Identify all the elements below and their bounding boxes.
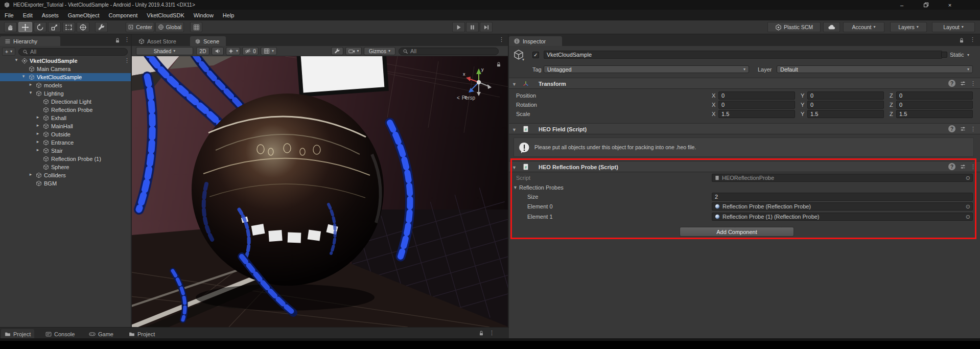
- scene-grid-dropdown[interactable]: ▾: [261, 47, 277, 55]
- scene-search-input[interactable]: All: [399, 48, 499, 55]
- layout-dropdown[interactable]: Layout ▾: [932, 22, 975, 32]
- presets-icon[interactable]: [960, 126, 966, 132]
- hierarchy-item[interactable]: ▾ Lighting: [0, 89, 132, 98]
- menu-edit[interactable]: Edit: [18, 10, 37, 20]
- pivot-toggle-button[interactable]: Center: [126, 22, 154, 32]
- presets-icon[interactable]: [960, 80, 966, 87]
- account-dropdown[interactable]: Account ▾: [843, 22, 884, 32]
- position-y-field[interactable]: 0: [807, 91, 884, 100]
- scale-y-field[interactable]: 1.5: [807, 110, 884, 118]
- hierarchy-item-selected[interactable]: ▾ VketCloudSample: [0, 73, 132, 81]
- foldout-arrow-icon[interactable]: ▸: [35, 147, 41, 152]
- object-picker-icon[interactable]: ⊙: [966, 214, 970, 220]
- hierarchy-item[interactable]: ▸ Exhall: [0, 114, 132, 122]
- menu-vketcloudsdk[interactable]: VketCloudSDK: [142, 10, 189, 20]
- hierarchy-item[interactable]: ▸ models: [0, 81, 132, 89]
- create-object-button[interactable]: + ▾: [2, 48, 15, 56]
- menu-component[interactable]: Component: [104, 10, 142, 20]
- transform-tool-button[interactable]: [77, 22, 89, 32]
- position-z-field[interactable]: 0: [896, 91, 973, 100]
- kebab-menu-icon[interactable]: ⋮: [970, 36, 975, 43]
- kebab-menu-icon[interactable]: ⋮: [499, 36, 504, 43]
- foldout-arrow-icon[interactable]: ▸: [35, 123, 41, 128]
- foldout-arrow-icon[interactable]: ▸: [28, 82, 34, 87]
- hierarchy-item[interactable]: ▸ Outside: [0, 130, 132, 138]
- foldout-arrow-icon[interactable]: ▾: [20, 74, 27, 79]
- object-picker-icon[interactable]: ⊙: [966, 175, 970, 181]
- foldout-arrow-icon[interactable]: ▸: [35, 114, 41, 120]
- heo-field-component-header[interactable]: ▼ HEO Field (Script) ? ⋮: [509, 123, 980, 134]
- scene-effects-dropdown[interactable]: ▾: [226, 47, 240, 55]
- pause-button[interactable]: [466, 22, 479, 32]
- hierarchy-item[interactable]: Sphere: [0, 163, 132, 171]
- hierarchy-item[interactable]: ▸ Colliders: [0, 171, 132, 179]
- lock-icon[interactable]: [114, 37, 121, 43]
- layers-dropdown[interactable]: Layers ▾: [890, 22, 927, 32]
- hierarchy-item[interactable]: ▸ Stair: [0, 147, 132, 155]
- hierarchy-item[interactable]: Directional Light: [0, 98, 132, 106]
- hierarchy-item[interactable]: Reflection Probe: [0, 106, 132, 114]
- tab-game[interactable]: Game: [85, 329, 117, 339]
- scale-y[interactable]: Y1.5: [801, 110, 884, 118]
- scene-tools-button[interactable]: [331, 47, 343, 55]
- menu-file[interactable]: File: [0, 10, 18, 20]
- orientation-toggle-button[interactable]: Global: [155, 22, 184, 32]
- hierarchy-item-scene-root[interactable]: ▾ VketCloudSample ⋮: [0, 57, 132, 65]
- hierarchy-item[interactable]: BGM: [0, 179, 132, 188]
- menu-help[interactable]: Help: [218, 10, 239, 20]
- size-field[interactable]: 2: [712, 193, 973, 201]
- add-component-button[interactable]: Add Component: [680, 227, 794, 237]
- hierarchy-item[interactable]: Main Camera: [0, 65, 132, 73]
- menu-gameobject[interactable]: GameObject: [63, 10, 104, 20]
- scale-z-field[interactable]: 1.5: [896, 110, 973, 118]
- tab-hierarchy[interactable]: Hierarchy: [0, 36, 60, 46]
- hierarchy-search-input[interactable]: All: [18, 48, 128, 56]
- gizmo-lock-icon[interactable]: [496, 61, 502, 67]
- tab-project-2[interactable]: Project: [125, 329, 158, 339]
- scale-tool-button[interactable]: [48, 22, 61, 32]
- help-icon[interactable]: ?: [948, 80, 955, 87]
- static-checkbox[interactable]: [941, 52, 947, 58]
- gizmos-dropdown[interactable]: Gizmos ▾: [364, 47, 395, 55]
- play-button[interactable]: [452, 22, 465, 32]
- rect-tool-button[interactable]: [62, 22, 75, 32]
- rotation-x-field[interactable]: 0: [718, 101, 795, 109]
- maximize-button[interactable]: [917, 0, 935, 10]
- transform-component-header[interactable]: ▼ Transform ? ⋮: [509, 78, 980, 89]
- scene-viewport-3d[interactable]: y x z < Persp: [132, 56, 509, 327]
- script-object-field[interactable]: HEOReflectionProbe ⊙: [712, 174, 973, 182]
- object-picker-icon[interactable]: ⊙: [966, 203, 970, 210]
- menu-assets[interactable]: Assets: [37, 10, 63, 20]
- shading-mode-dropdown[interactable]: Shaded ▾: [136, 47, 193, 55]
- scale-x-field[interactable]: 1.5: [718, 110, 795, 118]
- tag-dropdown[interactable]: Untagged ▾: [544, 65, 749, 73]
- foldout-arrow-icon[interactable]: ▾: [28, 90, 34, 95]
- gameobject-active-checkbox[interactable]: ✓: [532, 52, 539, 58]
- toggle-2d-button[interactable]: 2D: [196, 47, 209, 55]
- position-x-field[interactable]: 0: [718, 91, 795, 100]
- hierarchy-item[interactable]: Reflection Probe (1): [0, 155, 132, 163]
- position-y[interactable]: Y0: [801, 91, 884, 100]
- rotation-y-field[interactable]: 0: [807, 101, 884, 109]
- help-icon[interactable]: ?: [948, 125, 955, 132]
- tab-inspector[interactable]: Inspector: [509, 36, 562, 46]
- kebab-menu-icon[interactable]: ⋮: [970, 126, 976, 132]
- rotation-x[interactable]: X0: [712, 101, 795, 109]
- grid-snap-button[interactable]: [190, 22, 202, 32]
- rotation-y[interactable]: Y0: [801, 101, 884, 109]
- chevron-down-icon[interactable]: ▾: [522, 58, 524, 62]
- cloud-button[interactable]: [823, 22, 840, 32]
- kebab-menu-icon[interactable]: ⋮: [124, 36, 130, 43]
- hierarchy-item[interactable]: ▸ Entrance: [0, 138, 132, 147]
- hand-tool-button[interactable]: [4, 22, 17, 32]
- foldout-open-icon[interactable]: ▼: [512, 165, 517, 170]
- chevron-down-icon[interactable]: ▾: [967, 53, 969, 57]
- projection-mode-toggle[interactable]: < Persp: [457, 95, 475, 101]
- scale-x[interactable]: X1.5: [712, 110, 795, 118]
- plastic-scm-button[interactable]: Plastic SCM: [767, 22, 821, 32]
- foldout-open-icon[interactable]: ▼: [513, 185, 518, 190]
- presets-icon[interactable]: [960, 164, 966, 170]
- help-icon[interactable]: ?: [948, 163, 955, 170]
- position-z[interactable]: Z0: [890, 91, 973, 100]
- scale-z[interactable]: Z1.5: [890, 110, 973, 118]
